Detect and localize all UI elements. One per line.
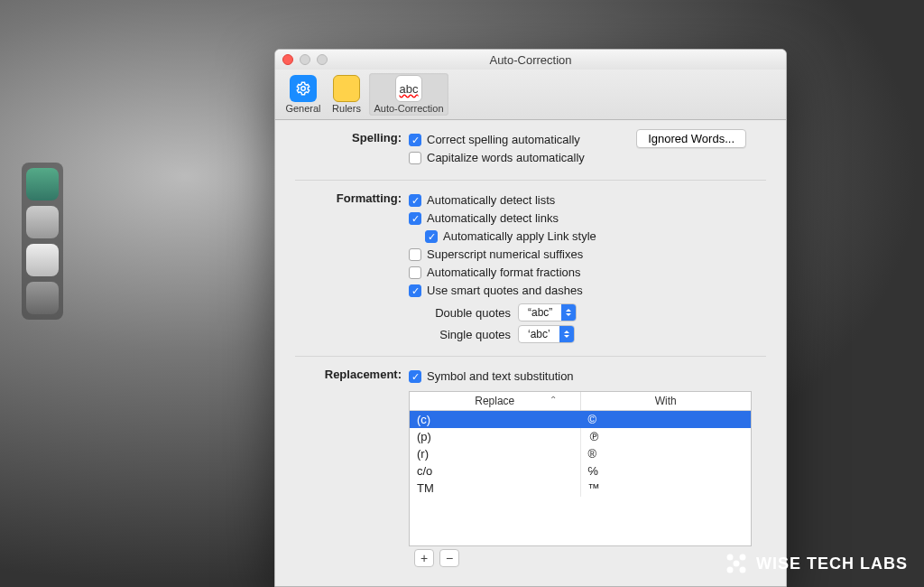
close-icon[interactable] <box>282 54 293 65</box>
chevron-updown-icon <box>559 326 574 342</box>
table-row[interactable]: TM™ <box>410 480 751 497</box>
titlebar: Auto-Correction <box>275 50 786 70</box>
svg-point-0 <box>301 87 306 91</box>
checkbox-detect-lists[interactable] <box>409 194 421 207</box>
detect-lists-label: Automatically detect lists <box>427 191 555 210</box>
svg-point-1 <box>726 554 733 561</box>
zoom-icon[interactable] <box>317 54 328 65</box>
autocorrection-icon: abc <box>395 75 422 102</box>
add-button[interactable]: + <box>414 549 434 567</box>
dock-item[interactable] <box>26 168 59 200</box>
minimize-icon[interactable] <box>300 54 310 65</box>
double-quotes-label: Double quotes <box>425 306 511 320</box>
tab-rulers[interactable]: Rulers <box>326 73 367 116</box>
tab-autocorrection-label: Auto-Correction <box>374 103 443 114</box>
checkbox-symbol-substitution[interactable] <box>409 370 421 383</box>
table-row[interactable]: (r)® <box>410 445 751 462</box>
smart-quotes-label: Use smart quotes and dashes <box>427 282 583 300</box>
tab-rulers-label: Rulers <box>332 103 361 114</box>
cell-replace: c/o <box>410 462 581 480</box>
cell-with: ℅ <box>581 462 752 480</box>
dock-item[interactable] <box>26 244 59 276</box>
double-quotes-value: “abc” <box>519 306 561 319</box>
cell-with: ™ <box>581 480 752 497</box>
section-replacement: Replacement: Symbol and text substitutio… <box>295 357 766 582</box>
double-quotes-select[interactable]: “abc” <box>518 303 577 321</box>
svg-point-4 <box>739 567 745 573</box>
toolbar: General Rulers abc Auto-Correction <box>275 70 786 120</box>
section-spelling: Spelling: Correct spelling automatically… <box>295 120 766 181</box>
gear-icon <box>290 75 317 102</box>
dock-item[interactable] <box>26 282 59 314</box>
table-header: Replace With <box>410 392 751 411</box>
single-quotes-value: ‘abc’ <box>519 328 559 340</box>
table-row[interactable]: c/o℅ <box>410 462 751 480</box>
detect-links-label: Automatically detect links <box>427 210 559 228</box>
cell-replace: TM <box>410 480 581 497</box>
svg-point-2 <box>739 554 745 561</box>
preferences-window: Auto-Correction General Rulers abc Auto-… <box>274 49 787 587</box>
cell-with: © <box>581 411 752 428</box>
capitalize-words-label: Capitalize words automatically <box>427 149 585 167</box>
checkbox-correct-spelling[interactable] <box>409 134 421 146</box>
single-quotes-select[interactable]: ‘abc’ <box>518 325 575 343</box>
checkbox-superscript[interactable] <box>409 248 421 261</box>
svg-point-3 <box>726 567 733 573</box>
fractions-label: Automatically format fractions <box>427 264 581 282</box>
section-formatting: Formatting: Automatically detect lists A… <box>295 181 766 357</box>
table-header-with[interactable]: With <box>581 392 752 410</box>
preferences-body: Spelling: Correct spelling automatically… <box>275 120 786 586</box>
traffic-lights <box>282 54 328 65</box>
ignored-words-button[interactable]: Ignored Words... <box>636 129 746 148</box>
cell-replace: (p) <box>410 428 581 445</box>
formatting-label: Formatting: <box>295 191 409 343</box>
tab-general-label: General <box>285 103 320 114</box>
table-header-replace[interactable]: Replace <box>410 392 581 410</box>
chevron-updown-icon <box>561 304 576 321</box>
checkbox-fractions[interactable] <box>409 266 421 279</box>
replacement-label: Replacement: <box>295 368 409 570</box>
ruler-icon <box>333 75 360 102</box>
spelling-label: Spelling: <box>295 131 409 167</box>
cell-replace: (r) <box>410 445 581 462</box>
checkbox-smart-quotes[interactable] <box>409 284 421 297</box>
checkbox-apply-link-style[interactable] <box>425 230 438 243</box>
cell-replace: (c) <box>410 411 581 428</box>
tab-autocorrection[interactable]: abc Auto-Correction <box>369 73 448 116</box>
svg-point-5 <box>733 561 739 567</box>
tab-general[interactable]: General <box>282 73 324 116</box>
symbol-substitution-label: Symbol and text substitution <box>427 368 574 386</box>
window-title: Auto-Correction <box>489 53 571 67</box>
watermark: WISE TECH LABS <box>724 551 908 576</box>
table-body: (c)©(p)℗(r)®c/o℅TM™ <box>410 411 751 497</box>
dock-item[interactable] <box>26 206 59 238</box>
checkbox-detect-links[interactable] <box>409 212 421 225</box>
table-row[interactable]: (c)© <box>410 411 751 428</box>
cell-with: ℗ <box>581 428 752 445</box>
single-quotes-label: Single quotes <box>425 328 511 341</box>
replacement-table: Replace With (c)©(p)℗(r)®c/o℅TM™ <box>409 391 752 546</box>
watermark-text: WISE TECH LABS <box>756 554 908 573</box>
cell-with: ® <box>581 445 752 462</box>
dock <box>22 163 63 320</box>
remove-button[interactable]: − <box>439 549 459 567</box>
watermark-icon <box>724 551 749 576</box>
superscript-label: Superscript numerical suffixes <box>427 246 583 264</box>
correct-spelling-label: Correct spelling automatically <box>427 131 580 149</box>
apply-link-style-label: Automatically apply Link style <box>443 228 596 246</box>
table-row[interactable]: (p)℗ <box>410 428 751 445</box>
checkbox-capitalize-words[interactable] <box>409 152 421 164</box>
